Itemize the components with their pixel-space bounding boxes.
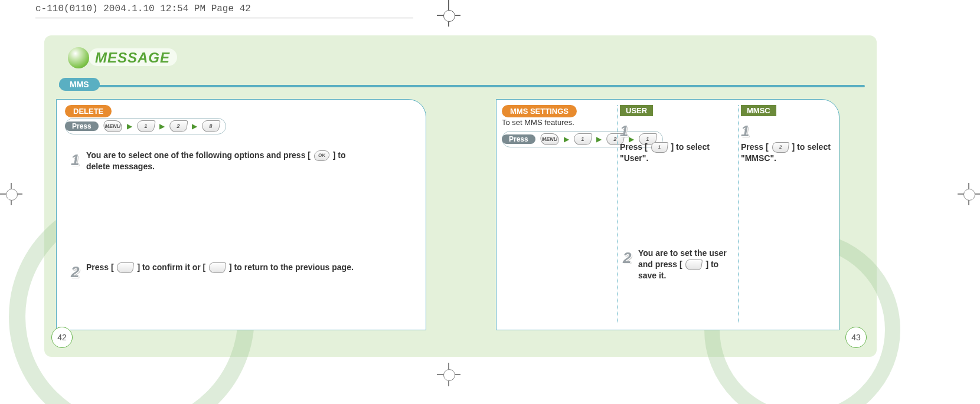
- mmsc-step-1: 1 Press [ 2 ] to select "MMSC".: [741, 121, 850, 164]
- key-1-icon: 1: [573, 133, 593, 145]
- soft-key-icon: [116, 262, 135, 273]
- step-text: You are to select one of the following o…: [86, 150, 364, 172]
- section-title: MESSAGE: [68, 47, 170, 68]
- subsection-tab-bar: MMS: [59, 78, 865, 92]
- press-label: Press: [502, 134, 535, 144]
- tab-bar-line: [59, 85, 865, 87]
- manual-spread: c-110(0110) 2004.1.10 12:54 PM Page 42 M…: [0, 0, 980, 404]
- step-number-2: 2: [623, 248, 636, 268]
- ok-key-icon: OK: [313, 150, 331, 161]
- step-text-fragment: You are to select one of the following o…: [86, 150, 313, 160]
- step-text-fragment: Press [: [86, 262, 116, 272]
- heading-mmsc: MMSC: [741, 105, 776, 116]
- key-8-icon: 8: [201, 120, 221, 132]
- key-menu-icon: MENU: [102, 120, 123, 132]
- step-number-1: 1: [71, 150, 84, 170]
- page-number-right: 43: [845, 327, 867, 348]
- arrow-icon: ▶: [564, 135, 569, 143]
- title-text: MESSAGE: [95, 50, 170, 66]
- delete-step-2: 2 Press [ ] to confirm it or [ ] to retu…: [71, 262, 354, 283]
- badge-mms-settings: MMS SETTINGS: [502, 105, 577, 117]
- step-text-fragment: Press [: [620, 142, 650, 152]
- step-text: Press [ ] to confirm it or [ ] to return…: [86, 262, 354, 273]
- heading-user: USER: [620, 105, 653, 116]
- step-text: You are to set the user and press [ ] to…: [638, 248, 736, 281]
- registration-mark-left: [0, 183, 22, 205]
- step-number-1: 1: [620, 121, 633, 142]
- registration-mark-top: [437, 0, 460, 27]
- delete-step-1: 1 You are to select one of the following…: [71, 150, 364, 172]
- arrow-icon: ▶: [596, 135, 602, 143]
- arrow-icon: ▶: [192, 122, 197, 130]
- title-orb-icon: [68, 47, 89, 68]
- step-number-1: 1: [741, 121, 754, 142]
- print-header-rule: [35, 18, 413, 18]
- column-separator: [617, 105, 618, 323]
- registration-mark-bottom: [437, 363, 460, 386]
- step-text-fragment: ] to return to the previous page.: [229, 262, 354, 272]
- page-number-left: 42: [51, 327, 73, 348]
- key-2-icon: 2: [168, 120, 188, 132]
- key-menu-icon: MENU: [539, 133, 560, 145]
- mms-settings-subtitle: To set MMS features.: [502, 118, 574, 127]
- key-1-icon: 1: [136, 120, 156, 132]
- column-user: USER 1 Press [ 1 ] to select "User".: [620, 105, 729, 164]
- key-2-icon: 2: [771, 142, 789, 153]
- arrow-icon: ▶: [127, 122, 132, 130]
- arrow-icon: ▶: [159, 122, 165, 130]
- soft-key-icon: [685, 260, 703, 270]
- key-1-icon: 1: [650, 142, 668, 153]
- column-mmsc: MMSC 1 Press [ 2 ] to select "MMSC".: [741, 105, 850, 164]
- step-text: Press [ 2 ] to select "MMSC".: [741, 142, 838, 164]
- step-text: Press [ 1 ] to select "User".: [620, 142, 717, 164]
- badge-delete: DELETE: [65, 105, 112, 117]
- step-text-fragment: ] to confirm it or [: [137, 262, 208, 272]
- step-text-fragment: Press [: [741, 142, 771, 152]
- registration-mark-right: [958, 183, 980, 205]
- user-step-2: 2 You are to set the user and press [ ] …: [623, 248, 736, 281]
- user-step-1: 1 Press [ 1 ] to select "User".: [620, 121, 729, 164]
- press-sequence-delete: Press MENU ▶ 1 ▶ 2 ▶ 8: [65, 118, 226, 134]
- step-number-2: 2: [71, 262, 84, 283]
- back-key-icon: [208, 262, 227, 273]
- column-separator: [738, 105, 739, 323]
- press-label: Press: [65, 121, 99, 131]
- print-job-header: c-110(0110) 2004.1.10 12:54 PM Page 42: [35, 4, 251, 14]
- tab-mms: MMS: [59, 78, 100, 91]
